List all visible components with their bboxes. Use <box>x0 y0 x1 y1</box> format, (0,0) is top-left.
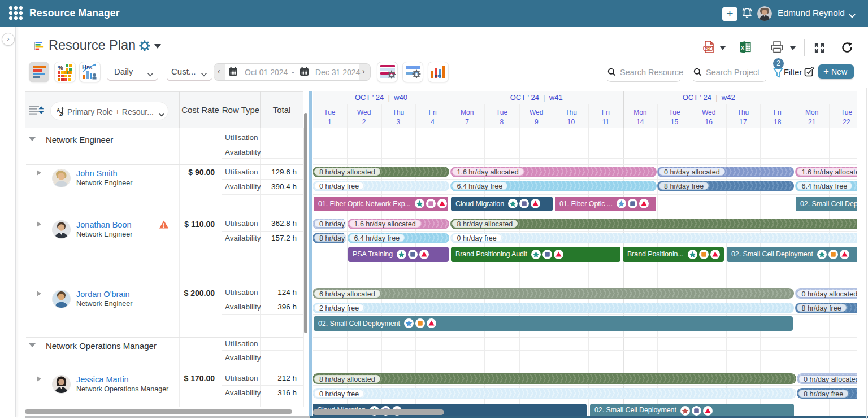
svg-text:X: X <box>741 45 744 51</box>
svg-text:PDF: PDF <box>705 47 712 50</box>
svg-text:KPI: KPI <box>435 74 441 78</box>
